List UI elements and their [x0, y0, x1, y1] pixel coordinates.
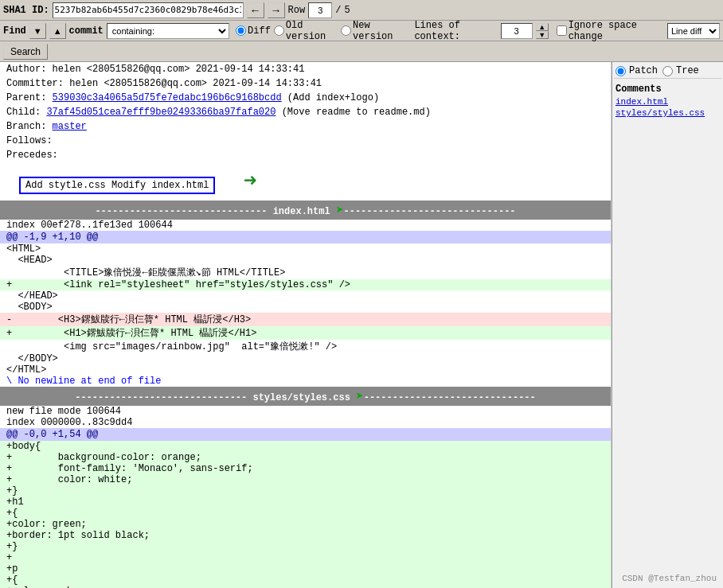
file1-line-10: </BODY>	[0, 353, 611, 364]
file2-line-8: +color: green;	[0, 519, 611, 530]
branch-line: Branch: master	[0, 119, 611, 134]
child-line: Child: 37af45d051cea7efff9be02493366ba97…	[0, 105, 611, 119]
file2-section: ------------------------------ styles/st…	[0, 387, 611, 588]
sha1-label: SHA1 ID:	[3, 5, 49, 16]
file1-line-6: <BODY>	[0, 302, 611, 313]
comments-title: Comments	[614, 82, 721, 96]
file2-line-5: +}	[0, 485, 611, 496]
file1-line-5: </HEAD>	[0, 290, 611, 302]
committer-line: Committer: helen <280515826@qq.com> 2021…	[0, 76, 611, 91]
row-input[interactable]	[308, 2, 332, 18]
row-separator: /	[335, 5, 341, 16]
old-version-radio[interactable]	[274, 25, 284, 36]
file2-line-1: +body{	[0, 441, 611, 452]
context-down-button[interactable]: ▼	[536, 31, 549, 39]
right-panel: Patch Tree Comments index.html styles/st…	[612, 62, 723, 588]
diff-radio[interactable]	[236, 25, 246, 36]
find-label: Find	[3, 25, 26, 37]
file1-section: ------------------------------ index.htm…	[0, 201, 611, 387]
diff-radio-label[interactable]: Diff	[236, 25, 271, 37]
file1-line-2: <HEAD>	[0, 255, 611, 266]
child-hash-link[interactable]: 37af45d051cea7efff9be02493366ba97fafa020	[46, 107, 276, 118]
parent-hash-link[interactable]: 539030c3a4065a5d75fe7edabc196b6c9168bcdd	[53, 92, 282, 103]
commit-message-box: Add stytle.css Modify index.html	[19, 177, 215, 194]
parent-suffix: (Add index+logo)	[282, 92, 379, 103]
file1-index: index 00ef278..1fe13ed 100644	[0, 220, 611, 231]
file2-line-12: +p	[0, 563, 611, 574]
file1-line-4: + <link rel="stylesheet" href="styles/st…	[0, 279, 611, 290]
lines-context-input[interactable]	[501, 23, 533, 39]
file2-line-3: + font-family: 'Monaco', sans-serif;	[0, 463, 611, 474]
back-arrow-button[interactable]: ←	[247, 2, 264, 18]
file2-line-11: +	[0, 552, 611, 563]
find-down-button[interactable]: ▼	[29, 23, 46, 39]
panel-file-2[interactable]: styles/styles.css	[614, 107, 721, 119]
tree-radio[interactable]	[662, 66, 673, 76]
toolbar-row1: SHA1 ID: ← → Row / 5	[0, 0, 723, 21]
file2-line-4: + color: white;	[0, 474, 611, 485]
file1-no-newline: \ No newline at end of file	[0, 376, 611, 387]
file2-line-2: + background-color: orange;	[0, 452, 611, 463]
lines-context-label: Lines of context:	[414, 20, 497, 42]
file1-line-11: </HTML>	[0, 364, 611, 376]
file1-hunk: @@ -1,9 +1,10 @@	[0, 231, 611, 243]
old-version-radio-label[interactable]: Old version	[274, 20, 338, 42]
search-bar: Search	[0, 41, 723, 62]
file1-line-9: <img src="images/rainbow.jpg" alt="豫倍悦漱!…	[0, 340, 611, 353]
file2-index: index 0000000..83c9dd4	[0, 417, 611, 428]
context-up-button[interactable]: ▲	[536, 23, 549, 31]
tree-label: Tree	[676, 65, 699, 76]
child-suffix: (Move readme to readme.md)	[276, 107, 430, 118]
commit-arrow: ➜	[244, 167, 257, 194]
file1-line-1: <HTML>	[0, 243, 611, 255]
file2-line-7: +{	[0, 508, 611, 519]
forward-arrow-button[interactable]: →	[268, 2, 285, 18]
file2-line-9: +border: 1pt solid black;	[0, 530, 611, 541]
find-up-button[interactable]: ▲	[49, 23, 66, 39]
file1-line-3: <TITLE>豫倍悦漫←鉅牍偃黑漱↘節 HTML</TITLE>	[0, 266, 611, 279]
patch-label: Patch	[629, 65, 658, 76]
watermark: CSDN @Testfan_zhou	[622, 574, 717, 583]
row-total: 5	[344, 5, 350, 16]
follows-line: Follows:	[0, 134, 611, 148]
branch-prefix: Branch:	[6, 121, 53, 132]
commit-select[interactable]: containing: touching paths: by user: wit…	[107, 23, 229, 39]
sha1-input[interactable]	[53, 2, 244, 18]
parent-line: Parent: 539030c3a4065a5d75fe7edabc196b6c…	[0, 91, 611, 105]
toolbar-row2: Find ▼ ▲ commit containing: touching pat…	[0, 21, 723, 41]
line-diff-select[interactable]: Line diff Word diff Markup	[667, 23, 720, 39]
ignore-space-label[interactable]: Ignore space change	[557, 20, 659, 42]
main-area: Author: helen <280515826@qq.com> 2021-09…	[0, 62, 723, 588]
search-button[interactable]: Search	[3, 44, 48, 60]
diff-content: Author: helen <280515826@qq.com> 2021-09…	[0, 62, 612, 588]
patch-radio[interactable]	[616, 66, 626, 76]
file2-line-10: +}	[0, 541, 611, 552]
file1-name: ------------------------------ index.htm…	[6, 202, 604, 218]
file1-line-8: + <H1>鎅鮁牍行←浿仨膂* HTML 橸訢浸</H1>	[0, 326, 611, 340]
row-label: Row	[288, 5, 306, 16]
file1-line-7: - <H3>鎅鮁牍行←浿仨膂* HTML 橸訢浸</H3>	[0, 313, 611, 326]
branch-link[interactable]: master	[53, 121, 87, 132]
file2-line-6: +h1	[0, 496, 611, 508]
commit-label: commit	[69, 25, 104, 37]
panel-file-1[interactable]: index.html	[614, 96, 721, 107]
file2-line-13: +{	[0, 574, 611, 586]
file2-name: ------------------------------ styles/st…	[6, 388, 604, 404]
child-prefix: Child:	[6, 107, 46, 118]
file2-header: ------------------------------ styles/st…	[0, 387, 611, 406]
author-line: Author: helen <280515826@qq.com> 2021-09…	[0, 62, 611, 76]
right-panel-header: Patch Tree	[614, 64, 721, 79]
file2-new-file: new file mode 100644	[0, 406, 611, 417]
commit-message-area: Add stytle.css Modify index.html ➜	[6, 165, 611, 197]
new-version-radio-label[interactable]: New version	[341, 20, 404, 42]
file2-hunk: @@ -0,0 +1,54 @@	[0, 428, 611, 441]
file1-header: ------------------------------ index.htm…	[0, 201, 611, 220]
parent-prefix: Parent:	[6, 92, 53, 103]
tree-radio-label[interactable]: Tree	[662, 65, 699, 76]
ignore-space-checkbox[interactable]	[557, 25, 567, 36]
new-version-radio[interactable]	[341, 25, 351, 36]
precedes-line: Precedes:	[0, 148, 611, 162]
patch-radio-label[interactable]: Patch	[616, 65, 658, 76]
